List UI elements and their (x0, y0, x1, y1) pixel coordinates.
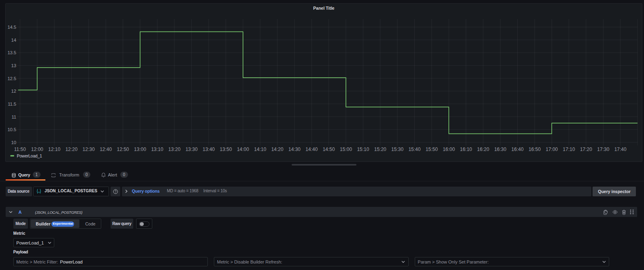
svg-text:PowerLoad_1: PowerLoad_1 (17, 153, 42, 158)
svg-text:12: 12 (11, 89, 16, 94)
svg-text:11:50: 11:50 (14, 147, 26, 152)
svg-text:15:50: 15:50 (426, 147, 438, 152)
svg-text:12:30: 12:30 (83, 147, 95, 152)
svg-text:17:10: 17:10 (563, 147, 575, 152)
svg-text:13.5: 13.5 (7, 50, 16, 55)
svg-text:12:10: 12:10 (48, 147, 60, 152)
svg-text:12:00: 12:00 (31, 147, 43, 152)
svg-text:13:00: 13:00 (134, 147, 146, 152)
svg-text:13:40: 13:40 (203, 147, 215, 152)
svg-text:16:10: 16:10 (460, 147, 472, 152)
svg-text:14:40: 14:40 (305, 147, 318, 152)
svg-text:12.5: 12.5 (7, 76, 16, 81)
svg-text:13:30: 13:30 (186, 147, 198, 152)
svg-text:14:10: 14:10 (254, 147, 266, 152)
svg-text:16:00: 16:00 (443, 147, 455, 152)
svg-text:10: 10 (11, 140, 16, 145)
svg-text:17:40: 17:40 (614, 147, 627, 152)
svg-text:14:50: 14:50 (323, 147, 335, 152)
svg-text:15:00: 15:00 (340, 147, 352, 152)
svg-text:12:40: 12:40 (100, 147, 112, 152)
svg-text:13:20: 13:20 (168, 147, 181, 152)
svg-text:12:50: 12:50 (117, 147, 129, 152)
svg-text:15:40: 15:40 (408, 147, 420, 152)
svg-text:16:40: 16:40 (512, 147, 524, 152)
svg-text:15:10: 15:10 (357, 147, 369, 152)
svg-text:13:50: 13:50 (220, 147, 232, 152)
svg-text:14:30: 14:30 (288, 147, 301, 152)
svg-text:15:30: 15:30 (391, 147, 403, 152)
svg-text:16:20: 16:20 (477, 147, 489, 152)
svg-text:17:20: 17:20 (580, 147, 592, 152)
svg-text:11: 11 (11, 115, 16, 119)
svg-text:17:00: 17:00 (546, 147, 558, 152)
svg-text:11.5: 11.5 (8, 102, 16, 106)
svg-text:14:00: 14:00 (237, 147, 249, 152)
svg-text:16:50: 16:50 (529, 147, 541, 152)
svg-text:12:20: 12:20 (65, 147, 77, 152)
svg-text:13:10: 13:10 (151, 147, 163, 152)
svg-text:17:30: 17:30 (597, 147, 609, 152)
svg-text:13: 13 (11, 63, 16, 68)
svg-text:15:20: 15:20 (374, 147, 386, 152)
svg-text:14.5: 14.5 (7, 25, 16, 30)
svg-text:10.5: 10.5 (7, 127, 16, 132)
svg-text:14: 14 (11, 38, 17, 43)
svg-text:16:30: 16:30 (494, 147, 506, 152)
svg-text:14:20: 14:20 (271, 147, 284, 152)
